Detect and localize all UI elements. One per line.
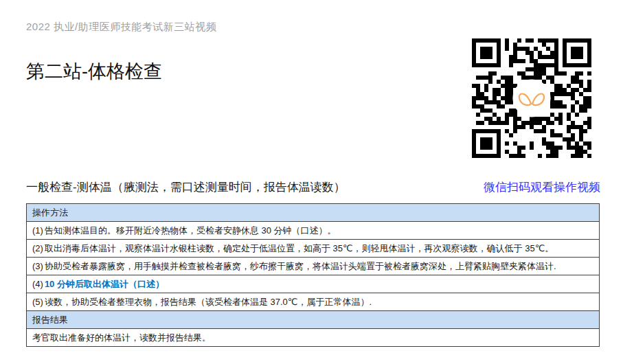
section-header-label: 操作方法 [27, 204, 600, 222]
wechat-video-link[interactable]: 微信扫码观看操作视频 [484, 179, 600, 195]
section-subtitle: 一般检查-测体温（腋测法，需口述测量时间，报告体温读数） [26, 179, 346, 195]
table-row: (3)协助受检者暴露腋窝，用手触摸并检查被检者腋窝，纱布擦干腋窝，将体温计头端置… [27, 258, 600, 275]
step-text-highlighted: 10 分钟后取出体温计（口述） [45, 279, 164, 289]
step-text: 读数，协助受检者整理衣物，报告结果（该受检者体温是 37.0℃，属于正常体温）. [45, 297, 372, 307]
table-row: (1)告知测体温目的。移开附近冷热物体，受检者安静休息 30 分钟（口述）。 [27, 222, 600, 240]
step-text: 告知测体温目的。移开附近冷热物体，受检者安静休息 30 分钟（口述）。 [45, 225, 337, 236]
step-number: (5) [32, 297, 43, 307]
table-section-header: 操作方法 [27, 204, 600, 222]
table-section-header: 报告结果 [27, 311, 600, 329]
step-number: (1) [32, 225, 43, 236]
table-row: (4)10 分钟后取出体温计（口述） [27, 275, 600, 293]
course-header-text: 2022 执业/助理医师技能考试新三站视频 [26, 21, 216, 34]
table-row: 考官取出准备好的体温计，读数并报告结果。 [27, 329, 600, 347]
procedure-table: 操作方法 (1)告知测体温目的。移开附近冷热物体，受检者安静休息 30 分钟（口… [26, 203, 600, 347]
subtitle-row: 一般检查-测体温（腋测法，需口述测量时间，报告体温读数） 微信扫码观看操作视频 [26, 179, 600, 195]
section-header-label: 报告结果 [27, 311, 600, 329]
table-row: (5)读数，协助受检者整理衣物，报告结果（该受检者体温是 37.0℃，属于正常体… [27, 293, 600, 311]
page-title: 第二站-体格检查 [26, 59, 162, 84]
qr-code-image [471, 38, 592, 158]
step-text: 考官取出准备好的体温计，读数并报告结果。 [32, 332, 211, 343]
step-number: (3) [32, 261, 43, 271]
qr-code [471, 38, 592, 158]
step-text: 协助受检者暴露腋窝，用手触摸并检查被检者腋窝，纱布擦干腋窝，将体温计头端置于被检… [45, 261, 556, 271]
step-number: (2) [32, 243, 43, 253]
step-text: 取出消毒后体温计，观察体温计水银柱读数，确定处于低温位置，如高于 35℃，则轻甩… [45, 243, 554, 253]
step-number: (4) [32, 279, 43, 289]
table-row: (2)取出消毒后体温计，观察体温计水银柱读数，确定处于低温位置，如高于 35℃，… [27, 240, 600, 258]
